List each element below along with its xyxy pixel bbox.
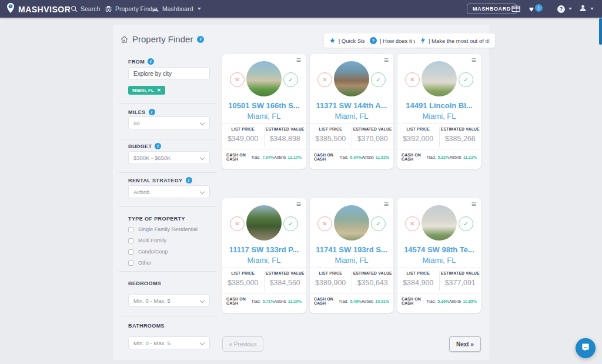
divider bbox=[397, 268, 481, 268]
property-city[interactable]: Miami, FL bbox=[310, 112, 393, 121]
reject-button[interactable]: ✕ bbox=[230, 216, 245, 231]
info-icon[interactable]: i bbox=[148, 58, 154, 65]
divider bbox=[310, 268, 393, 268]
cash-on-cash-row: CASH ON CASH Trad.6.04% Airbnb11.52% bbox=[314, 153, 389, 161]
list-price-label: LIST PRICE bbox=[397, 127, 439, 131]
checkbox-icon[interactable] bbox=[128, 238, 133, 243]
checkbox-other[interactable]: Other bbox=[128, 260, 152, 266]
billing-card-icon[interactable] bbox=[511, 0, 520, 18]
property-city[interactable]: Miami, FL bbox=[222, 256, 306, 265]
previous-page-button[interactable]: « Previous bbox=[222, 336, 263, 352]
divider bbox=[119, 206, 216, 207]
reject-button[interactable]: ✕ bbox=[317, 216, 332, 231]
bedrooms-select[interactable]: Min. 0 - Max. 5 bbox=[128, 294, 210, 307]
estimated-value-label: ESTIMATED VALUE bbox=[352, 271, 394, 275]
trad-label: Trad. bbox=[426, 155, 436, 159]
nav-item-mashboard[interactable]: Mashboard bbox=[152, 0, 201, 18]
brand-logo[interactable]: MASHVISOR bbox=[6, 2, 71, 16]
card-menu-icon[interactable]: ≡ bbox=[384, 199, 389, 209]
property-address[interactable]: 11371 SW 144th A... bbox=[310, 101, 393, 110]
reject-button[interactable]: ✕ bbox=[230, 72, 245, 87]
property-photo[interactable] bbox=[334, 205, 369, 241]
city-tag-miami[interactable]: Miami, FL ✕ bbox=[128, 86, 165, 95]
checkbox-icon[interactable] bbox=[128, 227, 133, 232]
help-menu[interactable]: ? bbox=[557, 0, 572, 18]
rental-strategy-select[interactable]: Airbnb bbox=[128, 185, 210, 198]
property-address[interactable]: 11741 SW 193rd S... bbox=[310, 245, 393, 254]
list-price-label: LIST PRICE bbox=[310, 271, 352, 275]
card-menu-icon[interactable]: ≡ bbox=[471, 199, 476, 209]
list-price-value: $384,900 bbox=[397, 279, 439, 287]
reject-button[interactable]: ✕ bbox=[405, 72, 420, 87]
divider bbox=[310, 149, 393, 149]
property-photo[interactable] bbox=[422, 61, 457, 96]
checkbox-condo-coop[interactable]: Condo/Coop bbox=[128, 249, 168, 255]
property-photo[interactable] bbox=[246, 205, 282, 241]
info-icon[interactable]: i bbox=[149, 109, 155, 115]
account-menu[interactable] bbox=[579, 0, 594, 18]
info-icon[interactable]: i bbox=[197, 36, 204, 43]
estimated-value-label: ESTIMATED VALUE bbox=[352, 127, 394, 131]
city-search-input[interactable] bbox=[128, 67, 210, 80]
card-menu-icon[interactable]: ≡ bbox=[296, 55, 301, 65]
accept-button[interactable]: ✓ bbox=[283, 216, 298, 231]
accept-button[interactable]: ✓ bbox=[371, 72, 386, 87]
checkbox-multi-family[interactable]: Multi Family bbox=[128, 238, 166, 243]
info-icon[interactable]: i bbox=[186, 177, 192, 183]
accept-button[interactable]: ✓ bbox=[283, 72, 298, 87]
property-address[interactable]: 14574 SW 98th Te... bbox=[397, 245, 481, 254]
question-icon: ? bbox=[370, 37, 377, 44]
divider bbox=[119, 271, 216, 272]
trad-label: Trad. bbox=[426, 299, 436, 303]
accept-button[interactable]: ✓ bbox=[459, 216, 473, 231]
card-menu-icon[interactable]: ≡ bbox=[296, 199, 301, 209]
checkbox-icon[interactable] bbox=[128, 249, 133, 255]
list-price-label: LIST PRICE bbox=[222, 271, 264, 275]
divider bbox=[397, 149, 481, 149]
bathrooms-label: BATHROOMS bbox=[128, 323, 165, 329]
next-page-button[interactable]: Next » bbox=[449, 336, 481, 352]
property-address[interactable]: 10501 SW 166th S... bbox=[222, 101, 306, 110]
divider bbox=[310, 123, 393, 124]
property-city[interactable]: Miami, FL bbox=[397, 112, 481, 121]
property-photo[interactable] bbox=[422, 205, 457, 241]
remove-tag-icon[interactable]: ✕ bbox=[157, 88, 161, 93]
property-photo[interactable] bbox=[334, 61, 369, 96]
cash-on-cash-label: CASH ON CASH bbox=[314, 153, 339, 161]
checkbox-single-family[interactable]: Single Family Residential bbox=[128, 226, 198, 232]
nav-item-property-finder[interactable]: Property Finder bbox=[105, 0, 158, 18]
card-menu-icon[interactable]: ≡ bbox=[471, 55, 476, 65]
info-icon[interactable]: i bbox=[155, 143, 161, 149]
accept-button[interactable]: ✓ bbox=[459, 72, 473, 87]
property-city[interactable]: Miami, FL bbox=[397, 256, 481, 265]
trad-label: Trad. bbox=[251, 155, 260, 159]
property-city[interactable]: Miami, FL bbox=[310, 256, 393, 265]
page-scrollbar[interactable] bbox=[599, 18, 602, 45]
airbnb-value: 13.10% bbox=[287, 155, 302, 159]
list-price-value: $389,900 bbox=[310, 279, 352, 287]
check-icon: ✓ bbox=[288, 76, 293, 83]
make-the-most-button[interactable]: | Make the most out of it! bbox=[415, 34, 495, 48]
trad-value: 6.04% bbox=[350, 155, 362, 159]
property-photo[interactable] bbox=[246, 61, 282, 96]
airbnb-value: 10.85% bbox=[463, 299, 477, 303]
budget-select[interactable]: $300K - $650K bbox=[128, 151, 210, 164]
card-menu-icon[interactable]: ≡ bbox=[384, 55, 389, 65]
reject-button[interactable]: ✕ bbox=[317, 72, 332, 87]
nav-item-search[interactable]: Search bbox=[71, 0, 100, 18]
budget-label: BUDGET i bbox=[128, 143, 161, 149]
user-icon bbox=[579, 4, 587, 14]
property-city[interactable]: Miami, FL bbox=[222, 112, 306, 121]
favorites-heart-icon[interactable]: ♥ 1 bbox=[529, 0, 534, 18]
property-address[interactable]: 14491 Lincoln Bl... bbox=[397, 101, 481, 110]
reject-button[interactable]: ✕ bbox=[405, 216, 420, 231]
miles-select[interactable]: 50 bbox=[128, 116, 210, 129]
price-row: LIST PRICE $385,500 ESTIMATED VALUE $370… bbox=[310, 126, 393, 148]
property-address[interactable]: 11117 SW 133rd P... bbox=[222, 245, 306, 254]
chat-launcher-button[interactable] bbox=[576, 338, 596, 358]
mashboard-button[interactable]: MASHBOARD bbox=[467, 4, 517, 14]
bathrooms-select[interactable]: Min. 0 - Max. 5 bbox=[128, 336, 210, 349]
accept-button[interactable]: ✓ bbox=[371, 216, 386, 231]
checkbox-icon[interactable] bbox=[128, 261, 133, 266]
cash-on-cash-row: CASH ON CASH Trad.5.36% Airbnb10.85% bbox=[402, 297, 477, 305]
